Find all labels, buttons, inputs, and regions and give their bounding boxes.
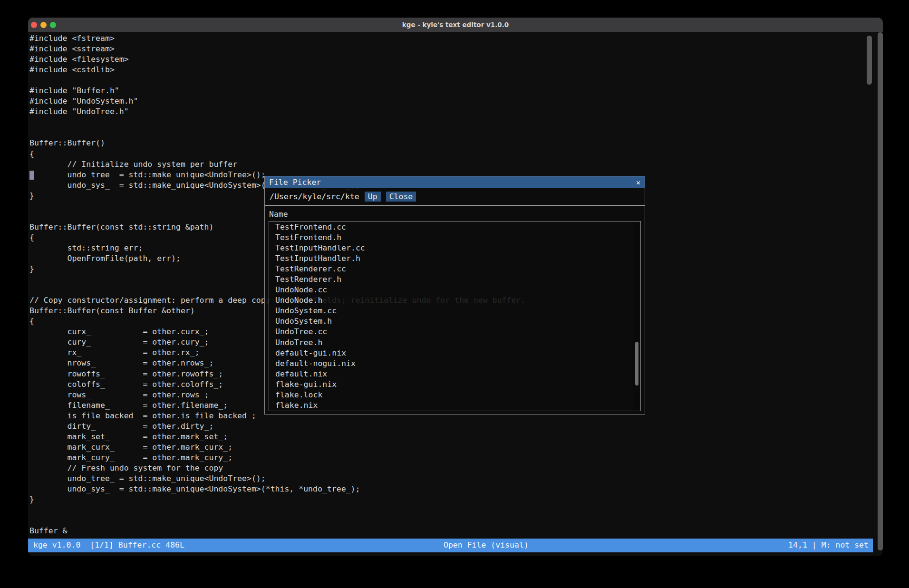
file-item[interactable]: UndoTree.h xyxy=(275,337,640,348)
close-window-button[interactable] xyxy=(31,22,37,28)
up-button[interactable]: Up xyxy=(365,192,381,202)
file-item[interactable]: UndoNode.cc xyxy=(275,285,640,295)
file-item[interactable]: TestRenderer.cc xyxy=(275,264,640,274)
list-scrollbar-thumb[interactable] xyxy=(635,342,638,386)
file-item[interactable]: UndoSystem.cc xyxy=(275,306,640,316)
close-button[interactable]: Close xyxy=(386,192,416,202)
file-item[interactable]: flake.lock xyxy=(275,390,640,400)
close-icon[interactable]: ✕ xyxy=(636,178,640,187)
file-item[interactable]: TestFrontend.cc xyxy=(275,222,640,232)
status-file-info: kge v1.0.0 [1/1] Buffer.cc 486L xyxy=(33,540,184,549)
current-path: /Users/kyle/src/kte xyxy=(270,192,359,201)
status-mode: Open File (visual) xyxy=(444,540,529,549)
file-item[interactable]: TestFrontend.h xyxy=(275,232,640,243)
file-picker-body: /Users/kyle/src/kte Up Close Name TestFr… xyxy=(265,188,645,414)
file-item[interactable]: UndoSystem.h xyxy=(275,316,640,327)
file-list[interactable]: TestFrontend.ccTestFrontend.hTestInputHa… xyxy=(269,221,641,411)
file-item[interactable]: flake-gui.nix xyxy=(275,379,640,390)
file-item[interactable]: UndoTree.cc xyxy=(275,327,640,337)
window-scrollbar-track[interactable] xyxy=(878,32,883,550)
file-picker-titlebar[interactable]: File Picker ✕ xyxy=(265,176,645,188)
file-item[interactable]: default-gui.nix xyxy=(275,348,640,358)
status-bar: kge v1.0.0 [1/1] Buffer.cc 486L Open Fil… xyxy=(28,539,873,552)
editor-scrollbar-thumb[interactable] xyxy=(867,36,872,85)
file-picker-title: File Picker xyxy=(269,178,321,187)
zoom-window-button[interactable] xyxy=(50,22,56,28)
file-item[interactable]: TestInputHandler.cc xyxy=(275,243,640,253)
file-item[interactable]: default-nogui.nix xyxy=(275,358,640,369)
file-picker-dialog: File Picker ✕ /Users/kyle/src/kte Up Clo… xyxy=(264,176,645,414)
status-cursor-position: 14,1 | M: not set xyxy=(788,540,869,549)
text-cursor xyxy=(29,171,34,180)
minimize-window-button[interactable] xyxy=(40,22,47,28)
window-titlebar[interactable]: kge - kyle's text editor v1.0.0 xyxy=(28,18,883,32)
file-item[interactable]: TestInputHandler.h xyxy=(275,253,640,264)
window-title: kge - kyle's text editor v1.0.0 xyxy=(402,21,509,29)
name-column-header: Name xyxy=(265,206,645,221)
file-item[interactable]: flake.nix xyxy=(275,400,640,411)
file-item[interactable]: TestRenderer.h xyxy=(275,274,640,285)
file-item[interactable]: default.nix xyxy=(275,369,640,379)
path-row: /Users/kyle/src/kte Up Close xyxy=(265,188,645,204)
traffic-lights xyxy=(31,18,56,32)
file-item[interactable]: UndoNode.h xyxy=(275,295,640,306)
